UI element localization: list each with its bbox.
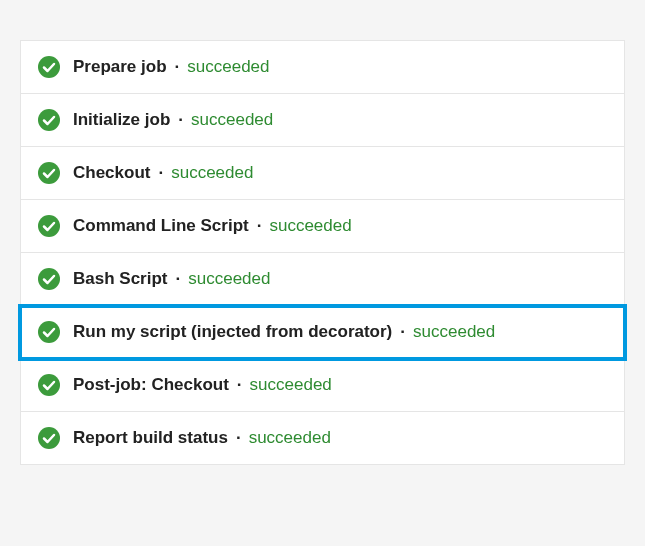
separator: · [400, 322, 405, 342]
step-label: Prepare job [73, 57, 167, 77]
svg-point-6 [38, 374, 60, 396]
svg-point-7 [38, 427, 60, 449]
pipeline-steps-list: Prepare job · succeeded Initialize job ·… [20, 40, 625, 465]
status-text: succeeded [187, 57, 269, 77]
status-text: succeeded [191, 110, 273, 130]
step-text: Checkout · succeeded [73, 163, 253, 183]
step-text: Initialize job · succeeded [73, 110, 273, 130]
svg-point-1 [38, 109, 60, 131]
separator: · [175, 57, 180, 77]
svg-point-3 [38, 215, 60, 237]
success-check-icon [37, 108, 61, 132]
step-row[interactable]: Post-job: Checkout · succeeded [20, 359, 625, 412]
step-label: Run my script (injected from decorator) [73, 322, 392, 342]
success-check-icon [37, 320, 61, 344]
svg-point-0 [38, 56, 60, 78]
success-check-icon [37, 214, 61, 238]
success-check-icon [37, 426, 61, 450]
step-text: Run my script (injected from decorator) … [73, 322, 495, 342]
step-row[interactable]: Checkout · succeeded [20, 147, 625, 200]
status-text: succeeded [188, 269, 270, 289]
svg-point-5 [38, 321, 60, 343]
separator: · [257, 216, 262, 236]
step-text: Command Line Script · succeeded [73, 216, 352, 236]
separator: · [236, 428, 241, 448]
separator: · [237, 375, 242, 395]
step-text: Report build status · succeeded [73, 428, 331, 448]
step-row-highlighted[interactable]: Run my script (injected from decorator) … [20, 306, 625, 359]
status-text: succeeded [249, 428, 331, 448]
step-label: Checkout [73, 163, 150, 183]
step-label: Post-job: Checkout [73, 375, 229, 395]
step-text: Post-job: Checkout · succeeded [73, 375, 332, 395]
status-text: succeeded [413, 322, 495, 342]
success-check-icon [37, 55, 61, 79]
step-row[interactable]: Prepare job · succeeded [20, 40, 625, 94]
status-text: succeeded [171, 163, 253, 183]
step-row[interactable]: Bash Script · succeeded [20, 253, 625, 306]
svg-point-2 [38, 162, 60, 184]
status-text: succeeded [269, 216, 351, 236]
status-text: succeeded [250, 375, 332, 395]
step-label: Command Line Script [73, 216, 249, 236]
step-label: Report build status [73, 428, 228, 448]
separator: · [175, 269, 180, 289]
svg-point-4 [38, 268, 60, 290]
step-text: Prepare job · succeeded [73, 57, 270, 77]
step-row[interactable]: Report build status · succeeded [20, 412, 625, 465]
step-label: Initialize job [73, 110, 170, 130]
success-check-icon [37, 161, 61, 185]
step-text: Bash Script · succeeded [73, 269, 270, 289]
success-check-icon [37, 267, 61, 291]
step-row[interactable]: Initialize job · succeeded [20, 94, 625, 147]
step-row[interactable]: Command Line Script · succeeded [20, 200, 625, 253]
separator: · [158, 163, 163, 183]
separator: · [178, 110, 183, 130]
step-label: Bash Script [73, 269, 167, 289]
success-check-icon [37, 373, 61, 397]
